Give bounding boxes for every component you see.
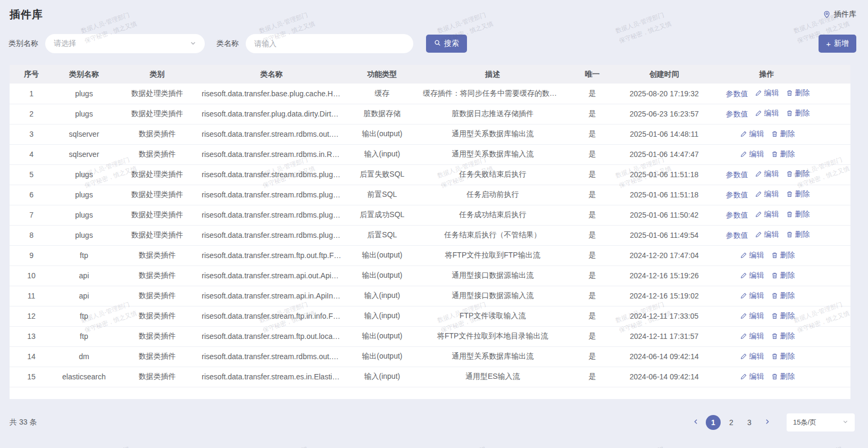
edit-link[interactable]: 编辑	[740, 331, 764, 341]
delete-link[interactable]: 删除	[771, 251, 795, 260]
params-link-label: 参数值	[725, 190, 748, 200]
delete-link[interactable]: 删除	[786, 230, 809, 239]
edit-link[interactable]: 编辑	[740, 291, 764, 301]
params-link-label: 参数值	[725, 110, 748, 119]
add-button[interactable]: + 新增	[819, 35, 856, 53]
params-link[interactable]: 参数值	[725, 190, 748, 200]
edit-link[interactable]: 编辑	[755, 230, 779, 239]
cell-class-name: risesoft.data.transfer.stream.api.out.Ap…	[199, 266, 343, 286]
edit-link-label: 编辑	[764, 210, 779, 219]
delete-link[interactable]: 删除	[771, 271, 795, 280]
next-page-button[interactable]	[760, 416, 774, 429]
params-link[interactable]: 参数值	[725, 170, 748, 180]
edit-link[interactable]: 编辑	[755, 189, 779, 199]
chevron-right-icon	[764, 418, 771, 427]
cell-actions: 编辑删除	[708, 367, 850, 387]
cell-actions: 参数值编辑删除	[708, 205, 850, 225]
cell-desc: 脏数据日志推送存储插件	[421, 104, 564, 124]
edit-link[interactable]: 编辑	[740, 372, 764, 381]
category-select[interactable]: 请选择	[45, 34, 205, 53]
delete-link[interactable]: 删除	[771, 352, 795, 361]
page-number-button[interactable]: 3	[742, 415, 757, 430]
cell-desc: 任务成功结束后执行	[421, 205, 564, 225]
delete-link[interactable]: 删除	[771, 311, 795, 321]
cell-unique: 是	[564, 84, 620, 104]
edit-icon	[740, 292, 747, 299]
pagination: 123	[689, 415, 774, 430]
cell-seq: 10	[10, 266, 53, 286]
cell-func-type: 前置SQL	[344, 185, 421, 205]
edit-link[interactable]: 编辑	[740, 129, 764, 139]
cell-func-type: 缓存	[344, 84, 421, 104]
edit-link[interactable]: 编辑	[740, 352, 764, 361]
delete-link[interactable]: 删除	[786, 169, 809, 179]
title-bar: 插件库 插件库	[0, 0, 868, 22]
class-name-field	[246, 34, 413, 53]
edit-link[interactable]: 编辑	[740, 251, 764, 260]
cell-actions: 编辑删除	[708, 144, 850, 164]
table-row: 11api数据类插件risesoft.data.transfer.stream.…	[10, 286, 850, 306]
table-row: 2plugs数据处理类插件risesoft.data.transfer.plug…	[10, 104, 850, 124]
cell-seq: 1	[10, 84, 53, 104]
delete-link[interactable]: 删除	[771, 291, 795, 301]
column-header: 操作	[708, 65, 850, 84]
pagination-pages: 123	[706, 415, 757, 430]
delete-link[interactable]: 删除	[771, 129, 795, 139]
delete-link[interactable]: 删除	[771, 150, 795, 159]
table-row: 15elasticsearch数据类插件risesoft.data.transf…	[10, 367, 850, 387]
edit-link[interactable]: 编辑	[740, 271, 764, 280]
edit-link-label: 编辑	[764, 109, 779, 118]
search-button[interactable]: 搜索	[426, 35, 467, 53]
cell-created: 2025-01-06 11:51:18	[620, 185, 708, 205]
edit-icon	[740, 151, 747, 157]
prev-page-button[interactable]	[689, 416, 703, 429]
cell-class-name: risesoft.data.transfer.stream.rdbms.out.…	[199, 346, 343, 367]
class-name-input[interactable]	[254, 39, 405, 48]
cell-seq: 14	[10, 346, 53, 367]
edit-icon	[755, 190, 762, 197]
edit-link[interactable]: 编辑	[755, 169, 779, 179]
cell-created: 2024-12-11 17:31:57	[620, 326, 708, 346]
delete-link[interactable]: 删除	[786, 189, 809, 199]
delete-link[interactable]: 删除	[786, 88, 809, 98]
page-number-button[interactable]: 2	[724, 415, 739, 430]
cell-category: plugs	[53, 84, 114, 104]
edit-link[interactable]: 编辑	[755, 109, 779, 118]
delete-link[interactable]: 删除	[786, 210, 809, 219]
edit-link-label: 编辑	[749, 372, 764, 381]
delete-link[interactable]: 删除	[771, 372, 795, 381]
params-link[interactable]: 参数值	[725, 231, 748, 240]
cell-category: api	[53, 266, 114, 286]
cell-actions: 参数值编辑删除	[708, 164, 850, 185]
params-link[interactable]: 参数值	[725, 89, 748, 99]
edit-link-label: 编辑	[749, 331, 764, 341]
class-name-label: 类名称	[216, 39, 239, 48]
edit-link[interactable]: 编辑	[740, 311, 764, 321]
page-size-select[interactable]: 15条/页	[787, 413, 855, 432]
edit-link[interactable]: 编辑	[755, 210, 779, 219]
edit-link[interactable]: 编辑	[740, 150, 764, 159]
cell-actions: 编辑删除	[708, 124, 850, 144]
table-row: 14dm数据类插件risesoft.data.transfer.stream.r…	[10, 346, 850, 367]
watermark-tile: 数据人员-管理部门保守秘密，慎之又慎	[614, 442, 673, 448]
search-icon	[434, 39, 441, 48]
cell-created: 2025-01-06 11:49:54	[620, 225, 708, 245]
trash-icon	[771, 272, 778, 279]
cell-func-type: 输出(output)	[344, 346, 421, 367]
delete-link[interactable]: 删除	[786, 109, 809, 118]
table-header-row: 序号类别名称类别类名称功能类型描述唯一创建时间操作	[10, 65, 850, 84]
edit-link-label: 编辑	[749, 129, 764, 139]
cell-class-name: risesoft.data.transfer.stream.ftp.in.inf…	[199, 306, 343, 326]
cell-actions: 参数值编辑删除	[708, 225, 850, 245]
edit-link[interactable]: 编辑	[755, 88, 779, 98]
cell-created: 2025-06-23 16:23:57	[620, 104, 708, 124]
cell-class-name: risesoft.data.transfer.stream.rdbms.plug…	[199, 185, 343, 205]
page-size-label: 15条/页	[793, 418, 816, 427]
params-link[interactable]: 参数值	[725, 110, 748, 119]
delete-link[interactable]: 删除	[771, 331, 795, 341]
params-link[interactable]: 参数值	[725, 211, 748, 220]
cell-created: 2025-01-06 11:50:42	[620, 205, 708, 225]
delete-link-label: 删除	[795, 169, 809, 179]
cell-func-type: 输出(output)	[344, 124, 421, 144]
page-number-button[interactable]: 1	[706, 415, 721, 430]
